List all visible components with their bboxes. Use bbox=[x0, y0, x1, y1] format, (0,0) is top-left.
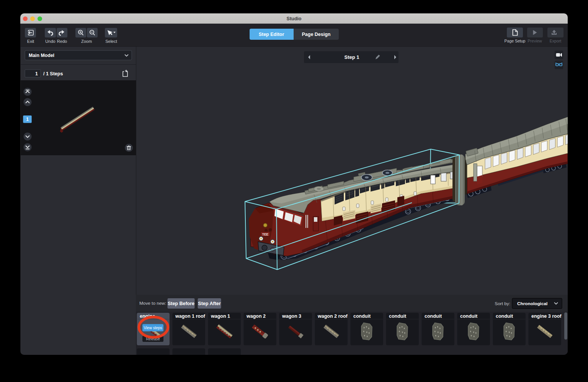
svg-text:1: 1 bbox=[26, 117, 29, 122]
svg-text:engine 3 roof: engine 3 roof bbox=[531, 314, 562, 319]
svg-text:Undo: Undo bbox=[45, 39, 55, 44]
svg-text:Step After: Step After bbox=[198, 301, 220, 306]
svg-text:Move to new:: Move to new: bbox=[139, 301, 166, 306]
svg-text:wagon 2: wagon 2 bbox=[246, 314, 266, 319]
svg-text:conduit: conduit bbox=[460, 314, 478, 319]
svg-text:Exit: Exit bbox=[27, 39, 34, 44]
svg-text:conduit: conduit bbox=[496, 314, 513, 319]
svg-text:Chronological: Chronological bbox=[517, 301, 547, 306]
svg-text:1: 1 bbox=[35, 71, 38, 76]
svg-text:Preview: Preview bbox=[528, 39, 542, 43]
svg-text:Select: Select bbox=[105, 39, 117, 44]
svg-text:Sort by:: Sort by: bbox=[495, 301, 510, 306]
svg-text:wagon 1 roof: wagon 1 roof bbox=[175, 314, 206, 319]
svg-text:Step Editor: Step Editor bbox=[259, 32, 284, 37]
svg-text:Zoom: Zoom bbox=[81, 39, 92, 44]
svg-text:Step 1: Step 1 bbox=[344, 54, 359, 60]
svg-text:TEE: TEE bbox=[262, 232, 269, 236]
svg-text:wagon 3: wagon 3 bbox=[282, 314, 301, 319]
svg-text:Redo: Redo bbox=[57, 39, 67, 44]
svg-text:conduit: conduit bbox=[353, 314, 371, 319]
svg-text:View steps: View steps bbox=[144, 326, 162, 330]
svg-text:Step Before: Step Before bbox=[168, 301, 194, 306]
svg-text:Page Design: Page Design bbox=[302, 32, 330, 37]
svg-text:wagon 1: wagon 1 bbox=[211, 314, 230, 319]
svg-text:Export: Export bbox=[550, 39, 561, 43]
svg-text:/ 1 Steps: / 1 Steps bbox=[43, 71, 63, 76]
svg-text:wagon 2 roof: wagon 2 roof bbox=[317, 314, 348, 319]
svg-text:Main Model: Main Model bbox=[29, 53, 54, 58]
svg-text:Page Setup: Page Setup bbox=[505, 39, 526, 43]
svg-text:conduit: conduit bbox=[389, 314, 407, 319]
svg-text:conduit: conduit bbox=[425, 314, 442, 319]
